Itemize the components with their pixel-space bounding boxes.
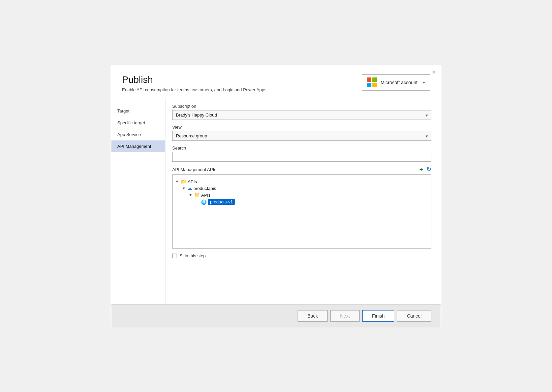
subscription-select[interactable]: Brady's Happy Cloud [172, 110, 431, 120]
view-label: View [172, 125, 431, 130]
folder-icon-apis-sub: 📁 [194, 192, 200, 198]
ms-logo [367, 77, 377, 88]
dialog-title: Publish [122, 74, 267, 85]
add-api-button[interactable]: + [419, 166, 423, 172]
subscription-label: Subscription [172, 104, 431, 109]
ms-logo-red [367, 77, 371, 82]
tree-node-products-v1[interactable]: ▶ 🌐 products-v1 [195, 198, 428, 205]
sidebar-item-specific-target[interactable]: Specific target [111, 117, 165, 129]
arrow-apis-sub: ▼ [189, 193, 193, 197]
arrow-productapis: ▼ [182, 186, 186, 190]
node-label-productapis: productapis [193, 186, 216, 191]
node-label-apis-sub: APIs [201, 193, 210, 198]
title-block: Publish Enable API consumption for teams… [122, 74, 267, 92]
api-mgmt-section: API Management APIs + ↻ ▼ 📁 APIs [172, 166, 431, 249]
view-select-wrapper: Resource groupLocationType [172, 131, 431, 141]
search-label: Search [172, 145, 431, 151]
ms-account-label: Microsoft account [380, 80, 418, 85]
subscription-select-wrapper: Brady's Happy Cloud [172, 110, 431, 120]
ms-account-arrow: ▾ [423, 80, 425, 85]
main-content: Subscription Brady's Happy Cloud View Re… [165, 98, 441, 304]
sidebar-item-app-service[interactable]: App Service [111, 129, 165, 140]
search-input[interactable] [172, 152, 431, 162]
folder-icon-root: 📁 [181, 179, 186, 184]
tree-children-productapis: ▼ 📁 APIs ▶ 🌐 products-v1 [182, 192, 428, 205]
ms-logo-blue [367, 83, 371, 87]
search-group: Search [172, 145, 431, 162]
api-tree-box: ▼ 📁 APIs ▼ ☁ productapis [172, 174, 431, 249]
cloud-icon-productapis: ☁ [187, 186, 192, 191]
sidebar-item-target[interactable]: Target [111, 105, 165, 117]
next-button[interactable]: Next [330, 310, 360, 322]
tree-node-productapis[interactable]: ▼ ☁ productapis [182, 185, 428, 192]
tree-node-apis-root[interactable]: ▼ 📁 APIs [175, 178, 428, 185]
api-mgmt-title: API Management APIs [172, 167, 216, 172]
sidebar-item-api-management[interactable]: API Management [111, 140, 165, 152]
tree-children-root: ▼ ☁ productapis ▼ 📁 APIs [175, 185, 428, 205]
skip-label: Skip this step [180, 253, 206, 258]
api-mgmt-header: API Management APIs + ↻ [172, 166, 431, 172]
tree-children-apis-sub: ▶ 🌐 products-v1 [189, 198, 428, 205]
ms-logo-yellow [372, 83, 377, 87]
node-label-products-v1: products-v1 [208, 199, 235, 205]
dialog-body: Target Specific target App Service API M… [111, 98, 441, 304]
cancel-button[interactable]: Cancel [397, 310, 431, 322]
publish-dialog: × Publish Enable API consumption for tea… [111, 65, 441, 327]
api-mgmt-actions: + ↻ [419, 166, 431, 172]
finish-button[interactable]: Finish [362, 310, 394, 322]
globe-icon-products-v1: 🌐 [201, 199, 207, 205]
dialog-subtitle: Enable API consumption for teams, custom… [122, 87, 267, 92]
node-label-apis-root: APIs [188, 179, 197, 184]
dialog-header: Publish Enable API consumption for teams… [111, 65, 441, 98]
close-button[interactable]: × [432, 69, 435, 75]
dialog-footer: Back Next Finish Cancel [111, 304, 441, 327]
ms-logo-green [372, 77, 377, 82]
ms-account-block[interactable]: Microsoft account ▾ [362, 74, 430, 91]
view-group: View Resource groupLocationType [172, 125, 431, 141]
refresh-button[interactable]: ↻ [426, 166, 431, 172]
tree-node-apis-sub[interactable]: ▼ 📁 APIs [189, 192, 428, 198]
back-button[interactable]: Back [298, 310, 328, 322]
subscription-group: Subscription Brady's Happy Cloud [172, 104, 431, 120]
skip-checkbox[interactable] [172, 254, 177, 258]
view-select[interactable]: Resource groupLocationType [172, 131, 431, 141]
arrow-icon: ▼ [175, 179, 179, 184]
skip-row: Skip this step [172, 253, 431, 258]
sidebar: Target Specific target App Service API M… [111, 98, 165, 304]
